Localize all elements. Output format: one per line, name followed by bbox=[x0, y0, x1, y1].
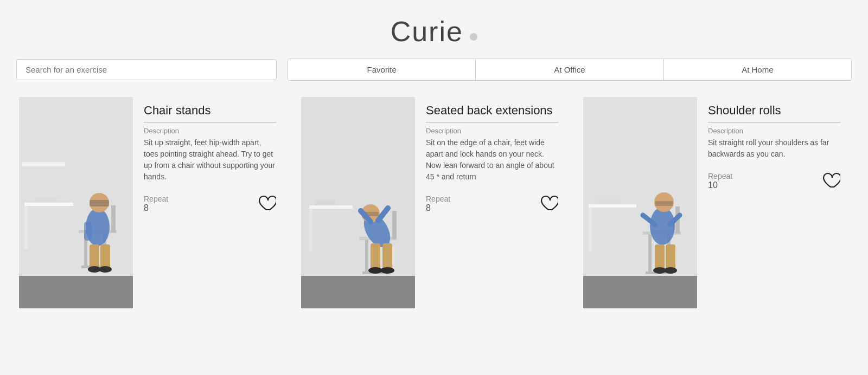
exercise-card-chair-stands: Chair stands Description Sit up straight… bbox=[19, 97, 285, 308]
svg-point-55 bbox=[664, 267, 677, 274]
exercise-footer-3: Repeat 10 bbox=[708, 171, 840, 190]
filter-tabs: Favorite At Office At Home bbox=[288, 59, 852, 81]
repeat-count-2: 8 bbox=[426, 203, 450, 213]
svg-rect-3 bbox=[24, 206, 28, 249]
exercise-image-chair-stands bbox=[19, 97, 133, 308]
svg-rect-41 bbox=[598, 199, 620, 204]
exercise-desc-3: Sit straight roll your shoulders as far … bbox=[708, 137, 840, 160]
app-title: Curie bbox=[391, 16, 463, 47]
exercise-desc-label-3: Description bbox=[708, 127, 840, 135]
favorite-button-3[interactable] bbox=[821, 171, 840, 190]
favorite-button-1[interactable] bbox=[257, 193, 276, 213]
exercise-info-shoulder-rolls: Shoulder rolls Description Sit straight … bbox=[697, 97, 849, 197]
exercise-card-shoulder-rolls: Shoulder rolls Description Sit straight … bbox=[583, 97, 849, 308]
exercise-desc-2: Sit on the edge of a chair, feet wide ap… bbox=[426, 137, 558, 183]
exercise-image-seated-back bbox=[301, 97, 415, 308]
svg-rect-33 bbox=[371, 243, 380, 269]
svg-rect-13 bbox=[90, 244, 99, 269]
svg-rect-39 bbox=[589, 204, 636, 208]
svg-point-16 bbox=[99, 266, 112, 273]
exercise-footer-2: Repeat 8 bbox=[426, 193, 558, 213]
svg-rect-18 bbox=[301, 276, 415, 308]
svg-rect-44 bbox=[648, 235, 652, 271]
exercise-photo-2 bbox=[301, 97, 415, 308]
heart-icon-1 bbox=[257, 193, 276, 213]
exercise-card-seated-back: Seated back extensions Description Sit o… bbox=[301, 97, 567, 308]
favorite-button-2[interactable] bbox=[539, 193, 558, 213]
exercise-desc-label-1: Description bbox=[144, 127, 276, 135]
page-wrapper: Curie Favorite At Office At Home bbox=[0, 0, 868, 308]
person-illustration-2 bbox=[301, 97, 415, 308]
svg-rect-20 bbox=[309, 205, 353, 209]
search-wrapper bbox=[16, 59, 277, 80]
person-illustration-3 bbox=[583, 97, 697, 308]
tab-at-home[interactable]: At Home bbox=[664, 59, 851, 80]
svg-rect-53 bbox=[666, 244, 675, 269]
cards-row: Chair stands Description Sit up straight… bbox=[0, 97, 868, 308]
svg-rect-4 bbox=[35, 198, 57, 203]
repeat-label-3: Repeat bbox=[708, 172, 732, 180]
svg-rect-22 bbox=[315, 200, 335, 205]
svg-rect-21 bbox=[309, 209, 312, 252]
svg-rect-14 bbox=[100, 244, 110, 269]
svg-rect-9 bbox=[111, 205, 116, 232]
svg-rect-37 bbox=[583, 276, 697, 308]
header: Curie bbox=[0, 0, 868, 59]
svg-rect-52 bbox=[655, 244, 665, 269]
person-illustration-1 bbox=[19, 97, 133, 308]
svg-rect-12 bbox=[90, 200, 109, 206]
repeat-section-2: Repeat 8 bbox=[426, 195, 450, 213]
svg-rect-25 bbox=[365, 240, 368, 271]
svg-rect-49 bbox=[655, 201, 673, 206]
repeat-count-3: 10 bbox=[708, 180, 732, 190]
heart-icon-2 bbox=[539, 193, 558, 213]
exercise-image-shoulder-rolls bbox=[583, 97, 697, 308]
exercise-name-shoulder-rolls: Shoulder rolls bbox=[708, 104, 840, 122]
exercise-name-seated-back: Seated back extensions bbox=[426, 104, 558, 122]
exercise-footer-1: Repeat 8 bbox=[144, 193, 276, 213]
svg-rect-17 bbox=[84, 222, 92, 241]
controls-row: Favorite At Office At Home bbox=[0, 59, 868, 81]
exercise-photo-1 bbox=[19, 97, 133, 308]
exercise-info-seated-back: Seated back extensions Description Sit o… bbox=[415, 97, 567, 219]
repeat-section-3: Repeat 10 bbox=[708, 172, 732, 190]
svg-rect-1 bbox=[19, 97, 133, 276]
svg-rect-0 bbox=[19, 276, 133, 308]
svg-rect-27 bbox=[392, 211, 397, 239]
search-input[interactable] bbox=[16, 59, 277, 80]
repeat-label-1: Repeat bbox=[144, 195, 168, 203]
exercise-photo-3 bbox=[583, 97, 697, 308]
svg-rect-2 bbox=[24, 203, 73, 206]
exercise-desc-1: Sit up straight, feet hip-width apart, t… bbox=[144, 137, 276, 183]
tab-favorite[interactable]: Favorite bbox=[288, 59, 476, 80]
exercise-desc-label-2: Description bbox=[426, 127, 558, 135]
svg-point-36 bbox=[380, 267, 394, 274]
svg-rect-38 bbox=[583, 97, 697, 276]
svg-rect-40 bbox=[589, 208, 592, 252]
repeat-label-2: Repeat bbox=[426, 195, 450, 203]
repeat-section-1: Repeat 8 bbox=[144, 195, 168, 213]
tab-at-office[interactable]: At Office bbox=[476, 59, 663, 80]
svg-rect-19 bbox=[301, 97, 415, 276]
svg-rect-34 bbox=[382, 243, 392, 269]
heart-icon-3 bbox=[821, 171, 840, 190]
exercise-name-chair-stands: Chair stands bbox=[144, 104, 276, 122]
repeat-count-1: 8 bbox=[144, 203, 168, 213]
exercise-info-chair-stands: Chair stands Description Sit up straight… bbox=[133, 97, 285, 219]
header-dot bbox=[470, 33, 477, 41]
